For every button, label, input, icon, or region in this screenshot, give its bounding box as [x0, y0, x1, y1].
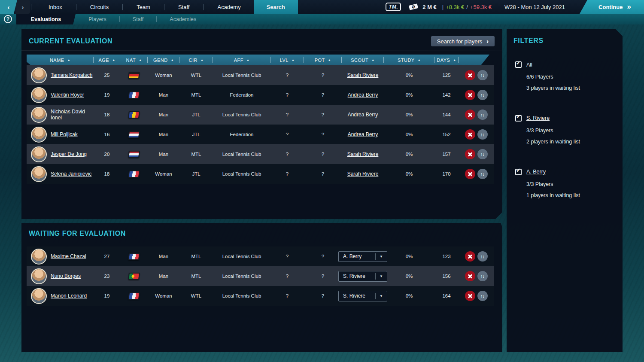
- swap-scout-button[interactable]: ↑↓: [477, 110, 488, 120]
- column-header-pot[interactable]: POT▲: [304, 55, 342, 65]
- player-name-link[interactable]: Manon Leonard: [51, 293, 87, 299]
- subtab-players[interactable]: Players: [76, 14, 119, 24]
- avatar: [31, 288, 47, 304]
- cancel-evaluation-button[interactable]: [465, 149, 475, 159]
- checkbox-checked[interactable]: ✔: [515, 169, 522, 175]
- potential-cell: ?: [304, 254, 342, 259]
- waiting-for-evaluation-title: WAITING FOR EVALUATION: [29, 230, 126, 237]
- column-header-name[interactable]: NAME▲: [27, 55, 94, 65]
- sort-asc-icon: ▲: [139, 58, 142, 61]
- column-header-days[interactable]: DAYS▲: [434, 55, 459, 65]
- affiliation-cell: Federation: [213, 132, 270, 137]
- filters-title: FILTERS: [513, 37, 615, 45]
- back-button[interactable]: ‹: [0, 0, 17, 14]
- scout-select[interactable]: A. Berry ▼: [338, 251, 387, 262]
- filter-label[interactable]: S. Riviere: [526, 115, 550, 121]
- continue-button[interactable]: Continue »: [580, 0, 644, 14]
- cancel-evaluation-button[interactable]: [465, 110, 475, 120]
- arrow-down-icon: ↓: [483, 132, 485, 137]
- column-header-scout[interactable]: SCOUT▲: [342, 55, 384, 65]
- tab-inbox[interactable]: Inbox: [36, 0, 75, 14]
- cancel-evaluation-button[interactable]: [465, 291, 475, 301]
- affiliation-cell: Local Tennis Club: [213, 293, 270, 298]
- swap-scout-button[interactable]: ↑↓: [477, 90, 488, 100]
- filter-label[interactable]: A. Berry: [526, 169, 546, 175]
- player-name-link[interactable]: Nuno Borges: [51, 273, 81, 279]
- scout-link[interactable]: Sarah Riviere: [347, 72, 379, 78]
- swap-scout-button[interactable]: ↑↓: [477, 149, 488, 159]
- cancel-evaluation-button[interactable]: [465, 129, 475, 140]
- player-name-link[interactable]: Maxime Chazal: [51, 253, 86, 259]
- column-header-aff[interactable]: AFF▲: [213, 55, 270, 65]
- cancel-evaluation-button[interactable]: [465, 271, 475, 281]
- flag-icon: [128, 131, 140, 138]
- filter-checkbox-row[interactable]: ✔ All: [515, 61, 615, 68]
- subtab-academies[interactable]: Academies: [157, 14, 209, 24]
- player-name-link[interactable]: Mili Poljicak: [51, 131, 78, 137]
- checkbox-checked[interactable]: ✔: [515, 115, 522, 122]
- column-label: STUDY: [398, 58, 415, 63]
- player-name-link[interactable]: Valentin Royer: [51, 92, 84, 98]
- filter-checkbox-row[interactable]: ✔ A. Berry: [515, 169, 615, 175]
- gender-cell: Man: [148, 132, 179, 137]
- column-header-lvl[interactable]: LVL▲: [270, 55, 304, 65]
- tab-search[interactable]: Search: [254, 0, 298, 14]
- player-name-link[interactable]: Tamara Korpatsch: [51, 72, 92, 78]
- swap-scout-button[interactable]: ↑↓: [477, 169, 488, 179]
- history-nav: ‹ ›: [0, 0, 30, 14]
- help-icon[interactable]: ?: [4, 15, 12, 23]
- forward-button[interactable]: ›: [15, 0, 30, 14]
- potential-cell: ?: [304, 92, 342, 97]
- player-name-link[interactable]: Selena Janicijevic: [51, 171, 91, 177]
- study-cell: 0%: [384, 112, 434, 117]
- tab-staff[interactable]: Staff: [165, 0, 203, 14]
- subtab-evaluations[interactable]: Evaluations: [16, 14, 76, 24]
- tab-academy[interactable]: Academy: [204, 0, 253, 14]
- scout-link[interactable]: Andrea Berry: [348, 112, 378, 118]
- cancel-evaluation-button[interactable]: [465, 90, 475, 100]
- cancel-evaluation-button[interactable]: [465, 251, 475, 262]
- cancel-evaluation-button[interactable]: [465, 169, 475, 179]
- filter-label[interactable]: All: [526, 62, 532, 68]
- checkbox-checked[interactable]: ✔: [515, 61, 522, 68]
- swap-scout-button[interactable]: ↑↓: [477, 129, 488, 140]
- days-cell: 157: [434, 152, 459, 157]
- divider: [76, 4, 76, 10]
- potential-cell: ?: [304, 152, 342, 157]
- flag-icon: [128, 292, 140, 300]
- column-header-nat[interactable]: NAT▲: [120, 55, 148, 65]
- subtab-staff[interactable]: Staff: [120, 14, 156, 24]
- arrow-down-icon: ↓: [483, 73, 485, 78]
- scout-link[interactable]: Andrea Berry: [348, 92, 378, 98]
- column-header-gend[interactable]: GEND▲: [148, 55, 179, 65]
- days-cell: 142: [434, 92, 459, 97]
- player-name-link[interactable]: Nicholas David Ionel: [51, 109, 85, 121]
- column-header-study[interactable]: STUDY▲: [384, 55, 434, 65]
- scout-link[interactable]: Andrea Berry: [348, 131, 378, 137]
- swap-scout-button[interactable]: ↑↓: [477, 271, 488, 281]
- swap-scout-button[interactable]: ↑↓: [477, 251, 488, 262]
- table-row: Jesper De Jong 20 Man MTL Local Tennis C…: [27, 144, 494, 164]
- tab-circuits[interactable]: Circuits: [77, 0, 122, 14]
- tab-team[interactable]: Team: [124, 0, 163, 14]
- cancel-evaluation-button[interactable]: [465, 70, 475, 80]
- filters-panel: FILTERS ✔ All 6/6 Players 3 players in w…: [507, 29, 623, 352]
- player-name-link[interactable]: Jesper De Jong: [51, 151, 87, 157]
- column-header-age[interactable]: AGE▲: [94, 55, 120, 65]
- scout-link[interactable]: Sarah Riviere: [347, 171, 379, 177]
- filter-checkbox-row[interactable]: ✔ S. Riviere: [515, 115, 615, 122]
- affiliation-cell: Local Tennis Club: [213, 112, 270, 117]
- scout-link[interactable]: Sarah Riviere: [347, 151, 379, 157]
- scout-selected-value: S. Riviere: [339, 293, 375, 299]
- column-header-cir[interactable]: CIR▲: [179, 55, 213, 65]
- help-glyph: ?: [6, 16, 9, 22]
- swap-scout-button[interactable]: ↑↓: [477, 70, 488, 80]
- scout-select[interactable]: S. Riviere ▼: [338, 291, 387, 301]
- scout-select[interactable]: S. Riviere ▼: [338, 271, 387, 282]
- search-for-players-button[interactable]: Search for players ›: [431, 36, 495, 46]
- sort-asc-icon: ▲: [200, 58, 204, 61]
- filter-players-count: 3/3 Players: [526, 127, 615, 135]
- flag-icon: [128, 91, 140, 99]
- swap-scout-button[interactable]: ↑↓: [477, 291, 488, 301]
- column-label: SCOUT: [351, 58, 368, 63]
